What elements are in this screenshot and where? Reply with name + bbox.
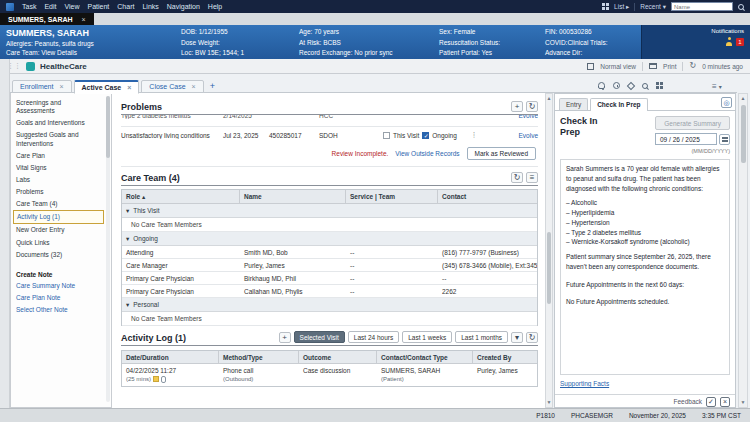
patient-list-button[interactable]: List ▸: [614, 3, 629, 11]
problem-row[interactable]: Type 2 diabetes mellitus 2/14/2025 HCC E…: [121, 115, 538, 123]
patient-search-input[interactable]: [671, 2, 733, 11]
sidebar-item-care-team[interactable]: Care Team (4): [13, 198, 104, 210]
this-visit-checkbox[interactable]: [383, 132, 390, 139]
window-scrollbar[interactable]: ▲ ▼: [738, 93, 748, 408]
column-role[interactable]: Role ▴: [122, 190, 240, 204]
evolve-link[interactable]: Evolve: [518, 132, 538, 139]
care-plan-note-link[interactable]: Care Plan Note: [13, 292, 104, 304]
column-name[interactable]: Name: [240, 190, 346, 204]
sidebar-item-new-order-entry[interactable]: New Order Entry: [13, 224, 104, 236]
view-mode-icon[interactable]: [587, 63, 594, 70]
sidebar-item-labs[interactable]: Labs: [13, 174, 104, 186]
search-icon[interactable]: [738, 4, 744, 10]
filter-selected-visit[interactable]: Selected Visit: [294, 331, 345, 343]
group-personal[interactable]: ▾ Personal: [122, 298, 537, 312]
sidebar-item-screenings[interactable]: Screenings and Assessments: [13, 97, 104, 117]
group-this-visit[interactable]: ▾ This Visit: [122, 204, 537, 218]
tab-active-case[interactable]: Active Case ×: [74, 80, 140, 94]
mark-as-reviewed-button[interactable]: Mark as Reviewed: [467, 147, 536, 160]
sidebar-item-suggested-goals[interactable]: Suggested Goals and Interventions: [13, 129, 104, 149]
menu-patient[interactable]: Patient: [88, 3, 110, 10]
filter-last-1-weeks[interactable]: Last 1 weeks: [402, 331, 452, 343]
table-row[interactable]: Primary Care Physician Birkhaug MD, Phil…: [122, 272, 537, 285]
generate-summary-button[interactable]: Generate Summary: [655, 116, 730, 130]
care-team-menu-button[interactable]: ≡: [526, 172, 538, 183]
sidebar-item-problems[interactable]: Problems: [13, 186, 104, 198]
ongoing-checkbox[interactable]: [422, 132, 429, 139]
sidebar-scrollbar[interactable]: [106, 96, 110, 402]
left-edge-panel[interactable]: [0, 59, 10, 408]
supporting-facts-link[interactable]: Supporting Facts: [560, 380, 609, 387]
column-contact[interactable]: Contact: [438, 190, 537, 204]
layout-icon[interactable]: [656, 82, 663, 89]
checkin-date-input[interactable]: 09 / 26 / 2025: [655, 133, 717, 145]
column-created-by[interactable]: Created By: [473, 351, 537, 364]
add-activity-button[interactable]: +: [279, 332, 291, 343]
refresh-icon[interactable]: ↻: [689, 62, 696, 70]
print-label[interactable]: Print: [663, 63, 676, 70]
sidebar-item-documents[interactable]: Documents (32): [13, 249, 104, 261]
feedback-negative-button[interactable]: ×: [720, 397, 730, 407]
column-method-type[interactable]: Method/Type: [219, 351, 299, 364]
sidebar-item-quick-links[interactable]: Quick Links: [13, 237, 104, 249]
close-icon[interactable]: ×: [59, 83, 63, 90]
filter-dropdown[interactable]: ▾: [511, 332, 523, 343]
calendar-icon[interactable]: [719, 134, 730, 145]
menu-chart[interactable]: Chart: [117, 3, 134, 10]
activity-refresh-button[interactable]: ↻: [526, 332, 538, 343]
add-problem-button[interactable]: +: [511, 101, 523, 112]
sidebar-item-goals[interactable]: Goals and Interventions: [13, 117, 104, 129]
table-row[interactable]: Attending Smith MD, Bob -- (816) 777-979…: [122, 246, 537, 259]
close-icon[interactable]: ×: [82, 16, 86, 23]
menu-help[interactable]: Help: [208, 3, 222, 10]
overflow-menu-button[interactable]: ≡▾: [712, 82, 722, 91]
sidebar-item-care-plan[interactable]: Care Plan: [13, 150, 104, 162]
filter-last-1-months[interactable]: Last 1 months: [455, 331, 508, 343]
column-contact-type[interactable]: Contact/Contact Type: [377, 351, 473, 364]
clock-icon[interactable]: [613, 82, 620, 89]
column-service-team[interactable]: Service | Team: [346, 190, 438, 204]
tab-check-in-prep[interactable]: Check In Prep: [590, 98, 647, 111]
menu-navigation[interactable]: Navigation: [167, 3, 200, 10]
table-row[interactable]: Care Manager Purley, James -- (345) 678-…: [122, 259, 537, 272]
close-icon[interactable]: ×: [127, 84, 131, 91]
recent-button[interactable]: Recent ▾: [640, 3, 666, 11]
problems-refresh-button[interactable]: ↻: [526, 101, 538, 112]
menu-view[interactable]: View: [64, 3, 79, 10]
care-team-refresh-button[interactable]: ↻: [511, 172, 523, 183]
menu-task[interactable]: Task: [22, 3, 36, 10]
select-other-note-link[interactable]: Select Other Note: [13, 304, 104, 316]
group-ongoing[interactable]: ▾ Ongoing: [122, 232, 537, 246]
add-tab-button[interactable]: +: [206, 81, 219, 93]
care-team-link[interactable]: Care Team: View Details: [6, 49, 175, 56]
care-summary-note-link[interactable]: Care Summary Note: [13, 280, 104, 292]
row-menu-icon[interactable]: ⋮: [471, 131, 478, 139]
close-icon[interactable]: ×: [192, 83, 196, 90]
column-date-duration[interactable]: Date/Duration: [122, 351, 219, 364]
tag-icon[interactable]: [627, 81, 635, 89]
tab-enrollment[interactable]: Enrollment ×: [12, 80, 72, 93]
print-icon[interactable]: [649, 63, 657, 69]
sidebar-item-activity-log[interactable]: Activity Log (1): [13, 210, 104, 224]
view-mode-label[interactable]: Normal view: [600, 63, 636, 70]
patient-tab[interactable]: SUMMERS, SARAH ×: [0, 13, 94, 25]
bell-icon[interactable]: [598, 82, 605, 89]
target-icon[interactable]: ◎: [721, 97, 732, 108]
sidebar-item-vital-signs[interactable]: Vital Signs: [13, 162, 104, 174]
filter-last-24-hours[interactable]: Last 24 hours: [348, 331, 399, 343]
menu-edit[interactable]: Edit: [44, 3, 56, 10]
tab-entry[interactable]: Entry: [559, 98, 588, 110]
content-scrollbar[interactable]: ▲ ▼: [545, 93, 553, 408]
search-icon[interactable]: [642, 83, 648, 89]
feedback-positive-button[interactable]: ✓: [706, 397, 716, 407]
tab-close-case[interactable]: Close Case ×: [141, 80, 203, 93]
problem-row[interactable]: Unsatisfactory living conditions Jul 23,…: [121, 127, 538, 143]
menu-links[interactable]: Links: [142, 3, 158, 10]
column-outcome[interactable]: Outcome: [299, 351, 377, 364]
view-outside-records-link[interactable]: View Outside Records: [395, 150, 459, 157]
evolve-link[interactable]: Evolve: [518, 115, 538, 119]
notifications-panel[interactable]: Notifications 1: [641, 25, 750, 59]
table-row[interactable]: 04/22/2025 11:27 (25 mins) Phone call (O…: [122, 364, 537, 386]
grid-icon[interactable]: [602, 3, 609, 10]
table-row[interactable]: Primary Care Physician Callahan MD, Phyl…: [122, 285, 537, 298]
